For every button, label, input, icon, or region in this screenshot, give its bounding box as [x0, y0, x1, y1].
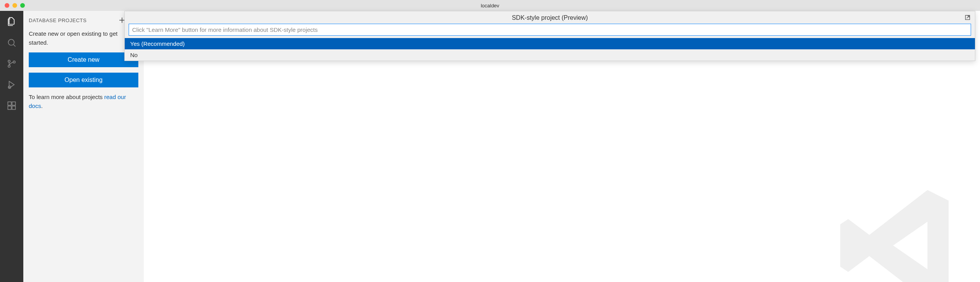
quick-input-option-no[interactable]: No: [125, 49, 975, 61]
svg-line-1: [14, 45, 16, 47]
activity-extensions[interactable]: [5, 99, 18, 112]
svg-rect-10: [12, 106, 16, 110]
extensions-icon: [7, 101, 17, 111]
search-icon: [7, 38, 17, 48]
svg-point-4: [13, 61, 15, 63]
svg-rect-7: [8, 102, 11, 105]
titlebar: localdev: [0, 0, 980, 11]
quick-input-title: SDK-style project (Preview): [125, 11, 975, 24]
svg-rect-8: [12, 102, 16, 105]
quick-input-field[interactable]: [129, 24, 971, 36]
close-window-button[interactable]: [5, 3, 9, 8]
svg-point-0: [8, 39, 14, 45]
quick-input-dialog: SDK-style project (Preview) Yes (Recomme…: [124, 11, 975, 61]
activity-search[interactable]: [5, 37, 18, 49]
learn-prefix: To learn more about projects: [29, 94, 104, 100]
vscode-watermark: [832, 179, 964, 282]
learn-more-external-button[interactable]: [964, 14, 971, 21]
svg-point-3: [8, 65, 10, 67]
activity-source-control[interactable]: [5, 57, 18, 70]
activity-bar: [0, 11, 23, 282]
learn-suffix: .: [41, 103, 43, 109]
create-new-button[interactable]: Create new: [29, 52, 138, 67]
quick-input-wrap: [125, 24, 975, 38]
files-icon: [7, 17, 17, 27]
quick-input-title-text: SDK-style project (Preview): [512, 14, 588, 21]
svg-rect-9: [8, 106, 11, 110]
sidebar-intro: Create new or open existing to get start…: [29, 30, 138, 47]
sidebar-title: DATABASE PROJECTS: [29, 17, 118, 23]
svg-marker-5: [9, 81, 14, 88]
minimize-window-button[interactable]: [12, 3, 17, 8]
quick-input-option-yes[interactable]: Yes (Recommended): [125, 38, 975, 49]
window-controls: [0, 3, 25, 8]
maximize-window-button[interactable]: [20, 3, 25, 8]
external-link-icon: [964, 14, 971, 21]
vscode-logo-icon: [832, 179, 964, 282]
quick-input-options: Yes (Recommended) No: [125, 38, 975, 61]
sidebar-learn-more: To learn more about projects read our do…: [29, 93, 138, 110]
svg-point-2: [8, 60, 10, 62]
activity-explorer[interactable]: [5, 16, 18, 28]
activity-run-debug[interactable]: [5, 78, 18, 91]
open-existing-button[interactable]: Open existing: [29, 73, 138, 87]
play-bug-icon: [7, 80, 17, 90]
window-title: localdev: [481, 3, 499, 9]
branch-icon: [7, 59, 17, 69]
